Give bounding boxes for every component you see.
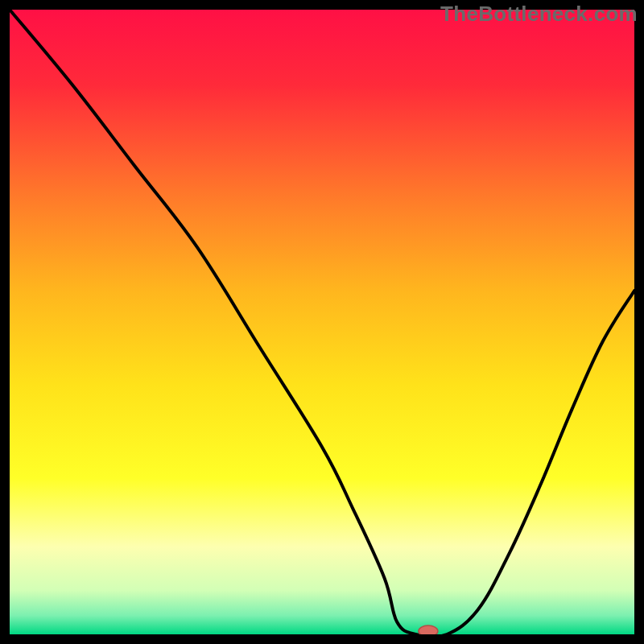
watermark-label: TheBottleneck.com	[440, 2, 638, 27]
bottleneck-chart	[0, 0, 644, 644]
plot-area	[10, 10, 634, 634]
chart-container: TheBottleneck.com	[0, 0, 644, 644]
